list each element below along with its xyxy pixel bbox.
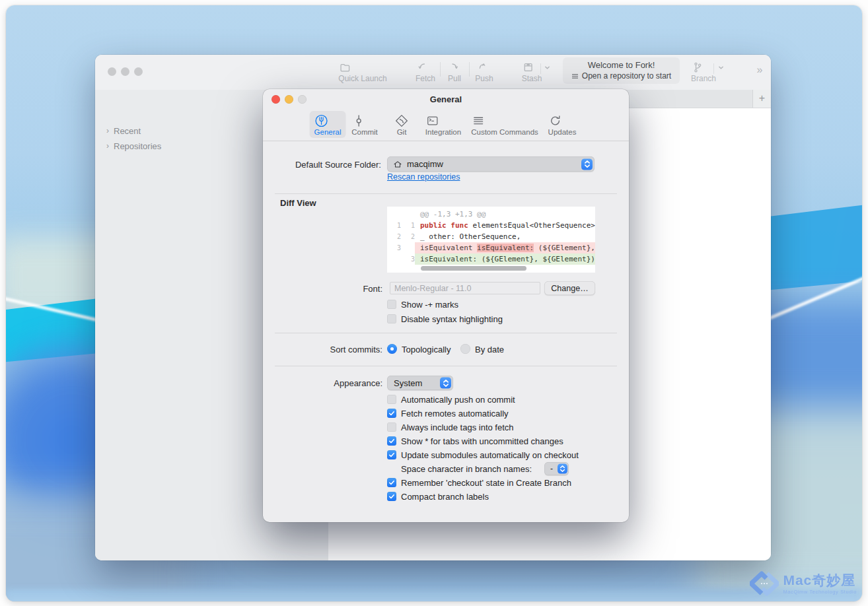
- tab-label: Integration: [425, 128, 461, 136]
- tab-commit[interactable]: Commit: [347, 111, 382, 138]
- diff-preview: @@ -1,3 +1,3 @@11public func elementsEqu…: [387, 207, 595, 273]
- home-icon: [393, 160, 402, 169]
- tab-git[interactable]: Git: [390, 111, 414, 138]
- chevron-down-icon[interactable]: [544, 65, 550, 71]
- option-checkbox[interactable]: [387, 422, 396, 432]
- welcome-title: Welcome to Fork!: [563, 60, 680, 70]
- branch-label: Branch: [691, 74, 716, 83]
- option-checkbox[interactable]: [387, 492, 396, 501]
- terminal-icon: [425, 114, 461, 128]
- diff-row: 11public func elementsEqual<OtherSequenc…: [387, 220, 595, 231]
- window-title: General: [263, 94, 629, 104]
- section-divider: [275, 193, 617, 194]
- sort-commits-label: Sort commits:: [263, 345, 382, 354]
- fetch-icon: [416, 61, 435, 74]
- welcome-banner[interactable]: Welcome to Fork! Open a repository to st…: [563, 57, 680, 84]
- tab-integration[interactable]: Integration: [421, 111, 466, 138]
- show-marks-checkbox[interactable]: [387, 300, 396, 309]
- option-label: Show * for tabs with uncommitted changes: [401, 436, 563, 446]
- rescan-repositories-link[interactable]: Rescan repositories: [387, 172, 460, 182]
- option-checkbox[interactable]: [387, 409, 396, 418]
- tab-custom-commands[interactable]: Custom Commands: [466, 111, 543, 138]
- checkmark-icon: [388, 437, 396, 445]
- chevron-right-icon: ›: [106, 141, 109, 151]
- checkmark-icon: [388, 451, 396, 459]
- sort-by-date-label: By date: [475, 345, 504, 354]
- chevron-down-icon[interactable]: [718, 65, 724, 71]
- tab-updates[interactable]: Updates: [544, 111, 581, 138]
- branch-icon: [691, 61, 716, 74]
- change-font-button[interactable]: Change…: [544, 281, 595, 295]
- option-label: Fetch remotes automatically: [401, 409, 509, 419]
- option-checkbox[interactable]: [387, 478, 396, 487]
- sidebar-item-repositories[interactable]: › Repositories: [106, 141, 161, 151]
- disable-syntax-checkbox[interactable]: [387, 314, 396, 323]
- space-character-popup[interactable]: -: [544, 462, 569, 475]
- diff-row: 3isEquivalent isEquivalent: (${GElement}…: [387, 242, 595, 253]
- sidebar-item-recent[interactable]: › Recent: [106, 126, 141, 136]
- stash-icon: [522, 61, 542, 74]
- preferences-tab-bar: General Commit Git: [263, 109, 629, 141]
- toolbar-separator: [540, 63, 541, 74]
- new-tab-button[interactable]: +: [752, 90, 771, 108]
- fetch-label: Fetch: [416, 74, 435, 83]
- git-icon: [394, 114, 409, 128]
- option-label: Remember 'checkout' state in Create Bran…: [401, 478, 571, 488]
- tab-label: Custom Commands: [471, 128, 538, 136]
- diff-row: 22_ other: OtherSequence,: [387, 231, 595, 242]
- diff-scrollbar[interactable]: [421, 266, 526, 271]
- desktop-wallpaper: Quick Launch Fetch Pull: [6, 5, 862, 601]
- close-button[interactable]: [108, 67, 116, 76]
- checkmark-icon: [388, 492, 396, 500]
- diff-row: 3isEquivalent: (${GElement}, ${GElement}…: [387, 253, 595, 265]
- watermark-logo-icon: [750, 571, 779, 596]
- stepper-icon: [558, 464, 567, 474]
- hamburger-icon: [571, 73, 579, 79]
- diff-view-section-label: Diff View: [280, 198, 316, 208]
- push-label: Push: [475, 74, 493, 83]
- push-button[interactable]: Push: [475, 61, 493, 83]
- chevron-right-icon: ›: [106, 126, 109, 135]
- appearance-popup[interactable]: System: [387, 376, 453, 390]
- stepper-icon: [440, 378, 451, 389]
- welcome-subtitle: Open a repository to start: [582, 71, 671, 81]
- list-icon: [471, 114, 538, 128]
- diff-row: @@ -1,3 +1,3 @@: [387, 209, 595, 220]
- toolbar-separator: [713, 63, 714, 74]
- preferences-titlebar: General: [263, 89, 629, 109]
- watermark-subtitle: MacQimw Technology Studio: [783, 589, 857, 595]
- popup-value: -: [550, 464, 553, 473]
- option-checkbox[interactable]: [387, 395, 396, 404]
- stash-label: Stash: [522, 74, 542, 83]
- default-source-folder-popup[interactable]: macqimw: [387, 156, 595, 172]
- stash-button[interactable]: Stash: [522, 61, 542, 83]
- stepper-icon: [581, 158, 593, 170]
- quick-launch-button[interactable]: Quick Launch: [338, 61, 386, 83]
- zoom-button[interactable]: [134, 67, 143, 76]
- popup-value: macqimw: [407, 159, 443, 169]
- branch-button[interactable]: Branch: [691, 61, 716, 83]
- option-label: Update submodules automatically on check…: [401, 450, 579, 460]
- option-checkbox[interactable]: [387, 436, 396, 446]
- tab-label: Commit: [351, 128, 378, 136]
- fetch-button[interactable]: Fetch: [416, 61, 435, 83]
- toolbar-overflow-button[interactable]: »: [757, 64, 763, 76]
- tab-general[interactable]: General: [310, 111, 346, 138]
- sort-by-date-radio[interactable]: [460, 344, 470, 354]
- option-label: Always include tags into fetch: [401, 422, 514, 432]
- main-toolbar: Quick Launch Fetch Pull: [95, 55, 771, 90]
- option-label: Compact branch labels: [401, 492, 489, 502]
- toolbar-separator: [440, 62, 441, 77]
- tab-label: Git: [394, 128, 409, 136]
- pull-button[interactable]: Pull: [448, 61, 461, 83]
- sidebar-item-label: Repositories: [114, 141, 161, 151]
- option-checkbox[interactable]: [387, 450, 396, 459]
- font-field[interactable]: Menlo-Regular - 11.0: [390, 282, 540, 294]
- tab-label: General: [314, 128, 342, 136]
- pull-icon: [448, 61, 461, 74]
- minimize-button[interactable]: [121, 67, 129, 76]
- default-source-folder-label: Default Source Folder:: [263, 160, 381, 170]
- popup-value: System: [394, 378, 422, 388]
- tab-label: Updates: [548, 128, 577, 136]
- sort-topologically-radio[interactable]: [387, 344, 397, 354]
